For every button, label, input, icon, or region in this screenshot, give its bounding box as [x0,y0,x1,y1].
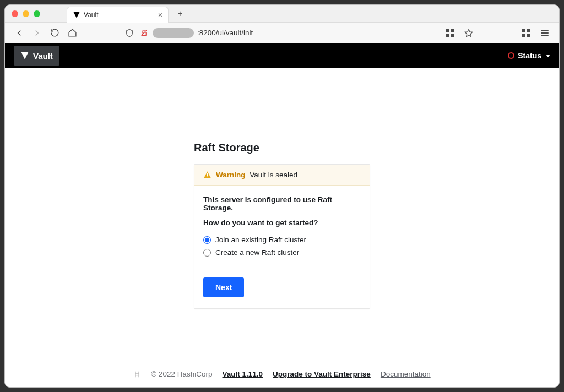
brand-logo[interactable]: Vault [14,46,59,66]
home-icon[interactable] [67,28,78,39]
tab-close-icon[interactable]: × [158,10,162,19]
window-maximize-icon[interactable] [34,10,40,17]
option-create-new[interactable]: Create a new Raft cluster [203,248,361,257]
init-panel: Raft Storage Warning Vault is sealed Thi… [194,141,370,309]
url-host-redacted [153,28,194,38]
card-body: This server is configured to use Raft St… [194,186,370,308]
alert-message: Vault is sealed [250,171,297,179]
version-link[interactable]: Vault 1.11.0 [223,370,263,378]
upgrade-link[interactable]: Upgrade to Vault Enterprise [273,370,371,378]
shield-icon [124,28,135,39]
warning-icon [203,171,212,179]
tab-strip: Vault × + [5,5,559,23]
tab-title: Vault [84,11,98,19]
window-controls [12,10,40,17]
insecure-lock-icon [138,28,149,39]
hashicorp-icon [133,371,141,378]
back-icon[interactable] [14,28,25,39]
status-dropdown[interactable]: Status [508,51,550,60]
window-minimize-icon[interactable] [23,10,29,17]
radio-create-new[interactable] [203,249,211,257]
address-bar[interactable]: :8200/ui/vault/init [124,28,253,39]
apps-grid-icon[interactable] [520,28,532,39]
brand-name: Vault [33,51,53,61]
bookmark-star-icon[interactable] [463,28,474,39]
new-tab-button[interactable]: + [173,7,187,21]
window-close-icon[interactable] [12,10,18,17]
option-label: Create a new Raft cluster [215,248,299,257]
alert-title: Warning [216,171,246,179]
documentation-link[interactable]: Documentation [381,370,431,378]
menu-icon[interactable] [539,28,550,39]
url-path: :8200/ui/vault/init [197,29,253,37]
app-body: Raft Storage Warning Vault is sealed Thi… [5,68,559,361]
app-root: Vault Status Raft Storage Warning [5,43,559,387]
forward-icon[interactable] [31,28,42,39]
app-footer: © 2022 HashiCorp Vault 1.11.0 Upgrade to… [5,361,559,387]
reload-icon[interactable] [49,28,60,39]
extensions-grid-icon[interactable] [444,28,455,39]
status-indicator-icon [508,52,514,59]
lead-text: This server is configured to use Raft St… [203,195,361,212]
browser-tab[interactable]: Vault × [67,7,169,23]
page-title: Raft Storage [194,141,370,154]
option-join-existing[interactable]: Join an existing Raft cluster [203,236,361,244]
status-label: Status [518,51,541,60]
sub-text: How do you want to get started? [203,219,361,227]
browser-window: Vault × + :8200/ui/vault/init [4,4,560,388]
init-card: Warning Vault is sealed This server is c… [194,164,370,309]
option-label: Join an existing Raft cluster [215,236,306,244]
chevron-down-icon [546,55,550,57]
svg-marker-2 [465,29,472,36]
svg-rect-4 [207,177,208,177]
svg-rect-3 [207,173,208,176]
tab-favicon-icon [73,11,80,19]
copyright-text: © 2022 HashiCorp [151,370,212,378]
app-header: Vault Status [5,43,559,68]
next-button[interactable]: Next [203,277,244,297]
radio-join-existing[interactable] [203,236,211,244]
browser-toolbar: :8200/ui/vault/init [5,23,559,43]
warning-alert: Warning Vault is sealed [194,165,370,186]
